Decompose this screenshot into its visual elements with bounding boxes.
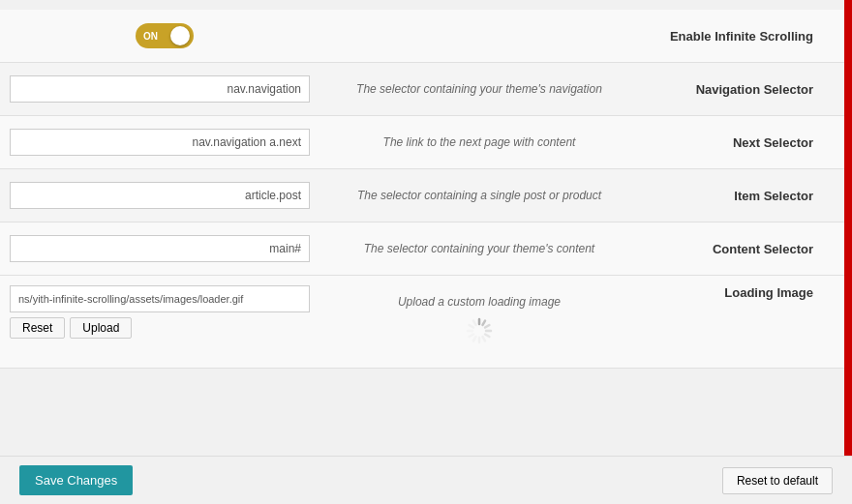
- loading-label: Loading Image: [639, 285, 833, 300]
- footer: Save Changes Reset to default: [0, 456, 852, 504]
- next-input-area: [10, 129, 320, 156]
- svg-line-8: [470, 335, 473, 338]
- reset-button[interactable]: Reset: [10, 317, 65, 339]
- svg-line-2: [485, 325, 489, 328]
- next-selector-input[interactable]: [10, 129, 310, 156]
- save-changes-button[interactable]: Save Changes: [19, 465, 133, 495]
- enable-infinite-scrolling-row: ON Enable Infinite Scrolling: [0, 10, 852, 63]
- navigation-description: The selector containing your theme's nav…: [320, 82, 639, 96]
- content-input-area: [10, 235, 320, 262]
- reset-to-default-button[interactable]: Reset to default: [722, 467, 833, 494]
- svg-line-10: [470, 325, 473, 328]
- content-selector-input[interactable]: [10, 235, 310, 262]
- next-description: The link to the next page with content: [320, 135, 639, 149]
- svg-line-5: [483, 337, 486, 341]
- toggle-on-label: ON: [143, 31, 158, 42]
- svg-line-1: [483, 321, 486, 325]
- navigation-selector-input[interactable]: [10, 75, 310, 103]
- loading-spinner-icon: [462, 313, 497, 348]
- svg-line-7: [473, 337, 476, 341]
- loading-buttons-group: Reset Upload: [10, 317, 320, 339]
- content-label: Content Selector: [639, 242, 833, 256]
- item-selector-row: The selector containing a single post or…: [0, 169, 852, 222]
- red-side-bar: [844, 0, 852, 504]
- loading-image-path-input[interactable]: [10, 285, 310, 312]
- svg-line-4: [485, 335, 489, 338]
- item-label: Item Selector: [639, 189, 833, 203]
- item-selector-input[interactable]: [10, 182, 310, 209]
- navigation-input-area: [10, 75, 320, 103]
- enable-infinite-scrolling-toggle[interactable]: ON: [136, 23, 194, 48]
- item-input-area: [10, 182, 320, 209]
- toggle-input-area: ON: [10, 23, 320, 48]
- content-selector-row: The selector containing your theme's con…: [0, 222, 852, 276]
- main-content: ON Enable Infinite Scrolling The selecto…: [0, 0, 852, 427]
- enable-label: Enable Infinite Scrolling: [639, 29, 833, 44]
- item-description: The selector containing a single post or…: [320, 189, 639, 202]
- next-label: Next Selector: [639, 135, 833, 150]
- navigation-label: Navigation Selector: [639, 82, 833, 97]
- upload-button[interactable]: Upload: [70, 317, 132, 339]
- loading-description-area: Upload a custom loading image: [320, 285, 639, 358]
- toggle-knob: [170, 26, 190, 45]
- svg-line-11: [473, 321, 476, 325]
- loading-input-area: Reset Upload: [10, 285, 320, 339]
- loading-image-row: Reset Upload Upload a custom loading ima…: [0, 276, 852, 369]
- loading-description-text: Upload a custom loading image: [398, 295, 561, 309]
- content-description: The selector containing your theme's con…: [320, 242, 639, 255]
- next-selector-row: The link to the next page with content N…: [0, 116, 852, 169]
- navigation-selector-row: The selector containing your theme's nav…: [0, 63, 852, 116]
